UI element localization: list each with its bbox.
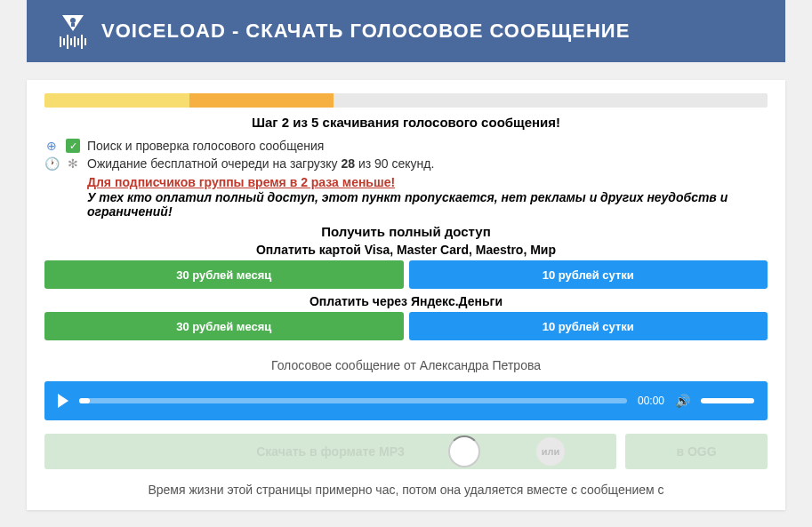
pay-yandex-month-button[interactable]: 30 рублей месяц [44,312,404,340]
voice-message-label: Голосовое сообщение от Александра Петров… [44,358,768,372]
clock-icon: 🕐 [44,156,59,171]
target-icon: ⊕ [44,139,59,153]
step-title: Шаг 2 из 5 скачивания голосового сообщен… [44,115,768,130]
main-content: Шаг 2 из 5 скачивания голосового сообщен… [27,80,785,510]
or-badge: или [536,437,565,466]
progress-bar [44,93,768,108]
yandex-button-row: 30 рублей месяц 10 рублей сутки [44,312,768,340]
progress-step-5 [623,93,768,108]
status-check-text: Поиск и проверка голосового сообщения [87,139,324,153]
wait-prefix: Ожидание бесплатной очереди на загрузку [87,156,341,171]
progress-step-4 [478,93,623,108]
full-access-note: У тех кто оплатил полный доступ, этот пу… [87,190,768,219]
logo: VOICELOAD - СКАЧАТЬ ГОЛОСОВОЕ СООБЩЕНИЕ [53,12,630,51]
volume-icon[interactable]: 🔊 [675,394,690,408]
audio-progress-fill [79,398,90,403]
volume-slider[interactable] [701,398,754,403]
check-icon: ✓ [66,139,80,153]
page-header: VOICELOAD - СКАЧАТЬ ГОЛОСОВОЕ СООБЩЕНИЕ [27,0,785,62]
footer-text: Время жизни этой страницы примерно час, … [44,483,768,497]
pay-yandex-label: Оплатить через Яндекс.Деньги [44,294,768,308]
pay-card-label: Оплатить картой Visa, Master Card, Maest… [44,243,768,257]
loading-spinner-icon [448,435,480,467]
download-row: Скачать в формате MP3 в OGG или [44,434,768,469]
progress-step-2 [189,93,334,108]
play-icon[interactable] [58,394,68,408]
status-row-wait: 🕐 ✻ Ожидание бесплатной очереди на загру… [44,156,768,171]
header-title: VOICELOAD - СКАЧАТЬ ГОЛОСОВОЕ СООБЩЕНИЕ [101,20,630,43]
audio-player[interactable]: 00:00 🔊 [44,381,768,420]
svg-point-1 [70,18,76,23]
download-mp3-button[interactable]: Скачать в формате MP3 [44,434,616,469]
audio-progress[interactable] [79,398,627,403]
wait-total: 90 [374,156,389,171]
svg-rect-2 [71,23,75,27]
pay-yandex-day-button[interactable]: 10 рублей сутки [409,312,768,340]
logo-icon [53,12,92,51]
spinner-icon: ✻ [66,156,80,171]
wait-mid: из [355,156,374,171]
download-ogg-button[interactable]: в OGG [625,434,768,469]
status-wait-text: Ожидание бесплатной очереди на загрузку … [87,156,434,171]
progress-step-3 [334,93,478,108]
wait-count: 28 [341,156,355,171]
access-title: Получить полный доступ [44,224,768,239]
wait-suffix: секунд. [389,156,435,171]
status-row-check: ⊕ ✓ Поиск и проверка голосового сообщени… [44,139,768,153]
card-button-row: 30 рублей месяц 10 рублей сутки [44,260,768,289]
subscribers-link[interactable]: Для подписчиков группы время в 2 раза ме… [87,175,395,189]
progress-step-1 [44,93,189,108]
pay-card-month-button[interactable]: 30 рублей месяц [44,260,404,289]
audio-time: 00:00 [638,395,664,407]
pay-card-day-button[interactable]: 10 рублей сутки [409,260,768,289]
